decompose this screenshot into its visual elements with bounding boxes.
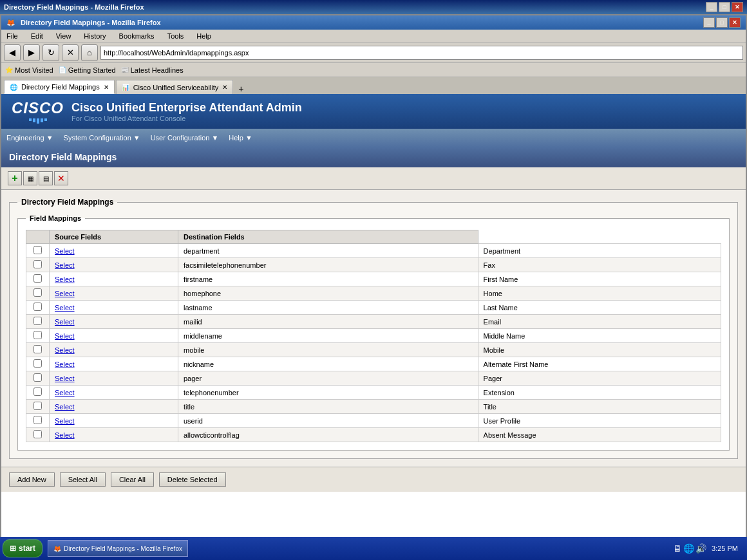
bookmark-latest-headlines[interactable]: 📰 Latest Headlines [121, 66, 184, 74]
row-checkbox-11[interactable] [33, 402, 42, 410]
row-checkbox-7[interactable] [33, 345, 42, 353]
nav-system-config[interactable]: System Configuration ▼ [64, 134, 140, 142]
cisco-logo-text: CISCO [12, 99, 64, 117]
row-checkbox-12[interactable] [33, 416, 42, 424]
row-checkbox-1[interactable] [33, 260, 42, 268]
row-source-cell: facsimiletelephonenumber [178, 258, 478, 272]
select-all-button[interactable]: Select All [60, 472, 106, 487]
table-row: SelectfirstnameFirst Name [26, 272, 721, 286]
row-checkbox-0[interactable] [33, 246, 42, 254]
delete-selected-button[interactable]: Delete Selected [159, 472, 226, 487]
bookmark-most-visited-label: Most Visited [15, 66, 53, 74]
select-link-7[interactable]: Select [55, 346, 75, 354]
table-row: SelectuseridUser Profile [26, 414, 721, 428]
back-button[interactable]: ◀ [4, 44, 21, 61]
select-link-11[interactable]: Select [55, 403, 75, 411]
grid1-icon-btn[interactable]: ▦ [23, 171, 37, 185]
row-select-cell: Select [50, 272, 178, 286]
row-checkbox-9[interactable] [33, 373, 42, 382]
select-link-6[interactable]: Select [55, 332, 75, 340]
row-checkbox-3[interactable] [33, 288, 42, 297]
tab-directory-field-mappings[interactable]: 🌐 Directory Field Mappings ✕ [4, 80, 115, 94]
field-mappings-legend: Field Mappings [26, 214, 85, 222]
page-title: Directory Field Mappings [9, 152, 117, 162]
ff-close-btn[interactable]: ✕ [729, 17, 741, 28]
toolbar: + ▦ ▤ ✕ [1, 167, 746, 190]
reload-button[interactable]: ↻ [43, 44, 59, 61]
cisco-bars [29, 118, 47, 124]
bookmark-getting-started[interactable]: 📄 Getting Started [59, 66, 116, 74]
add-new-button[interactable]: Add New [9, 472, 55, 487]
forward-button[interactable]: ▶ [23, 44, 40, 61]
menu-view[interactable]: View [53, 32, 74, 40]
row-checkbox-5[interactable] [33, 317, 42, 325]
row-checkbox-cell [26, 371, 50, 386]
nav-user-config[interactable]: User Configuration ▼ [151, 134, 219, 142]
nav-help[interactable]: Help ▼ [229, 134, 252, 142]
table-row: SelecthomephoneHome [26, 286, 721, 301]
delete-icon-btn[interactable]: ✕ [54, 171, 68, 185]
clock: 3:25 PM [708, 545, 742, 552]
scrollable-content: Directory Field Mappings Field Mappings … [1, 190, 746, 545]
select-link-13[interactable]: Select [55, 431, 75, 439]
home-button[interactable]: ⌂ [81, 44, 98, 61]
ff-logo-icon: 🦊 [6, 19, 15, 27]
col-checkbox-header [26, 230, 50, 244]
menu-tools[interactable]: Tools [165, 32, 187, 40]
row-source-cell: mailid [178, 315, 478, 329]
select-link-5[interactable]: Select [55, 318, 75, 326]
tab-label-1: Directory Field Mappings [21, 83, 100, 91]
row-checkbox-4[interactable] [33, 303, 42, 311]
row-checkbox-8[interactable] [33, 359, 42, 368]
grid2-icon-btn[interactable]: ▤ [39, 171, 53, 185]
row-select-cell: Select [50, 371, 178, 386]
tab-close-1[interactable]: ✕ [104, 84, 109, 91]
menu-history[interactable]: History [81, 32, 108, 40]
start-button[interactable]: ⊞ start [3, 539, 43, 557]
tray-icon-2: 🌐 [683, 543, 694, 554]
mappings-table: Source Fields Destination Fields Selectd… [26, 230, 721, 442]
row-destination-cell: User Profile [478, 414, 721, 428]
ff-maximize-btn[interactable]: □ [716, 17, 728, 28]
row-source-cell: title [178, 400, 478, 414]
new-tab-button[interactable]: + [234, 84, 247, 94]
menu-bookmarks[interactable]: Bookmarks [117, 32, 157, 40]
taskbar-ff-item[interactable]: 🦊 Directory Field Mappings - Mozilla Fir… [48, 540, 188, 557]
ff-minimize-btn[interactable]: _ [703, 17, 715, 28]
tray-icon-1: 🖥 [673, 543, 682, 554]
address-input[interactable] [104, 49, 740, 57]
tab-close-2[interactable]: ✕ [222, 84, 227, 91]
menu-help[interactable]: Help [194, 32, 214, 40]
add-icon-btn[interactable]: + [8, 171, 22, 185]
row-checkbox-10[interactable] [33, 387, 42, 396]
select-link-1[interactable]: Select [55, 261, 75, 269]
row-checkbox-2[interactable] [33, 274, 42, 283]
select-link-10[interactable]: Select [55, 389, 75, 397]
menu-file[interactable]: File [4, 32, 21, 40]
row-checkbox-13[interactable] [33, 430, 42, 438]
stop-button[interactable]: ✕ [62, 44, 79, 61]
menu-edit[interactable]: Edit [28, 32, 46, 40]
select-link-8[interactable]: Select [55, 360, 75, 368]
maximize-btn[interactable]: □ [719, 2, 730, 12]
select-link-0[interactable]: Select [55, 247, 75, 255]
table-row: SelecttelephonenumberExtension [26, 386, 721, 400]
close-btn[interactable]: ✕ [732, 2, 743, 12]
row-destination-cell: Department [478, 244, 721, 258]
nav-engineering[interactable]: Engineering ▼ [6, 134, 53, 142]
row-select-cell: Select [50, 258, 178, 272]
address-bar [100, 46, 743, 60]
bookmark-most-visited[interactable]: ⭐ Most Visited [5, 66, 53, 74]
select-link-9[interactable]: Select [55, 375, 75, 382]
clear-all-button[interactable]: Clear All [111, 472, 154, 487]
select-link-4[interactable]: Select [55, 304, 75, 312]
tab-cisco-serviceability[interactable]: 📊 Cisco Unified Serviceability ✕ [116, 80, 234, 94]
select-link-12[interactable]: Select [55, 417, 75, 425]
bottom-bar: Add New Select All Clear All Delete Sele… [1, 467, 746, 492]
minimize-btn[interactable]: _ [706, 2, 717, 12]
select-link-3[interactable]: Select [55, 290, 75, 297]
row-checkbox-cell [26, 386, 50, 400]
row-checkbox-6[interactable] [33, 331, 42, 339]
row-select-cell: Select [50, 301, 178, 315]
select-link-2[interactable]: Select [55, 275, 75, 283]
